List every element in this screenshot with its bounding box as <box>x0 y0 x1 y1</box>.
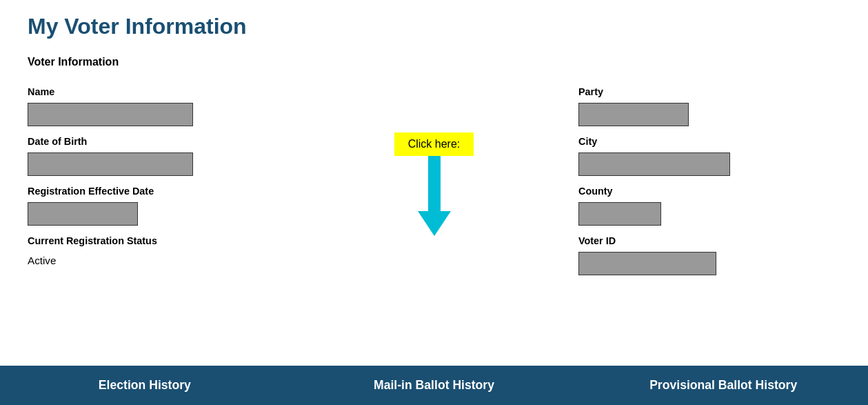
name-label: Name <box>28 86 290 97</box>
reg-status-value: Active <box>28 255 290 266</box>
middle-column: Click here: <box>290 79 578 275</box>
right-column: Party City County Voter ID <box>578 79 840 275</box>
reg-date-value <box>28 202 138 226</box>
county-value <box>578 202 661 226</box>
dob-label: Date of Birth <box>28 136 290 147</box>
reg-status-label: Current Registration Status <box>28 235 290 246</box>
voter-id-value <box>578 252 716 275</box>
page-title: My Voter Information <box>28 14 840 39</box>
voter-id-label: Voter ID <box>578 235 840 246</box>
arrow-indicator <box>418 156 451 236</box>
arrow-head <box>418 211 451 236</box>
voter-info-section-label: Voter Information <box>28 56 840 68</box>
reg-date-label: Registration Effective Date <box>28 186 290 197</box>
party-label: Party <box>578 86 840 97</box>
name-value <box>28 103 193 126</box>
mail-in-ballot-button[interactable]: Mail-in Ballot History <box>290 366 579 405</box>
dob-value <box>28 152 193 176</box>
city-value <box>578 152 730 176</box>
city-label: City <box>578 136 840 147</box>
arrow-shaft <box>428 156 441 211</box>
left-column: Name Date of Birth Registration Effectiv… <box>28 79 290 275</box>
click-here-label: Click here: <box>394 132 474 156</box>
party-value <box>578 103 689 126</box>
provisional-ballot-button[interactable]: Provisional Ballot History <box>578 366 868 405</box>
buttons-row: Election History Mail-in Ballot History … <box>0 366 868 405</box>
county-label: County <box>578 186 840 197</box>
election-history-button[interactable]: Election History <box>0 366 290 405</box>
